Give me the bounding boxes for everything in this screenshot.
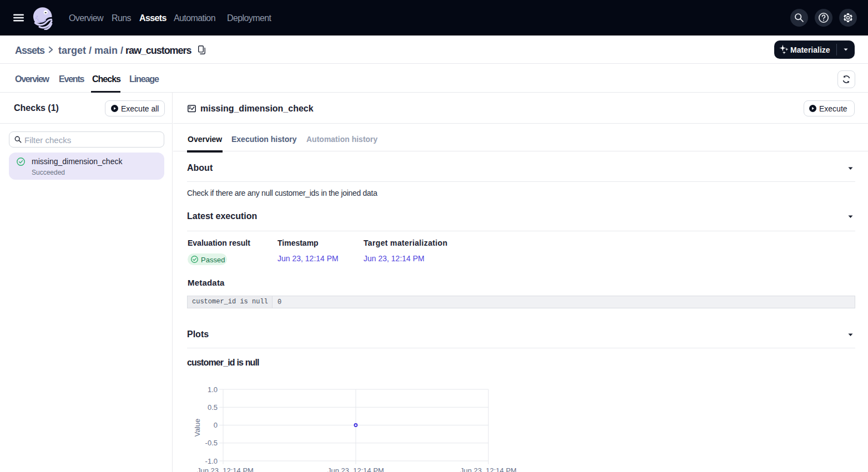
svg-text:0: 0 bbox=[214, 421, 218, 429]
svg-text:Jun 23, 12:14 PM: Jun 23, 12:14 PM bbox=[327, 466, 384, 472]
svg-text:1.0: 1.0 bbox=[208, 385, 218, 394]
svg-text:-1.0: -1.0 bbox=[205, 457, 218, 465]
svg-text:Jun 23, 12:14 PM: Jun 23, 12:14 PM bbox=[197, 466, 254, 472]
svg-text:Jun 23, 12:14 PM: Jun 23, 12:14 PM bbox=[460, 466, 516, 472]
svg-text:Value: Value bbox=[193, 419, 201, 437]
svg-text:0.5: 0.5 bbox=[208, 403, 218, 412]
svg-text:-0.5: -0.5 bbox=[205, 439, 218, 447]
